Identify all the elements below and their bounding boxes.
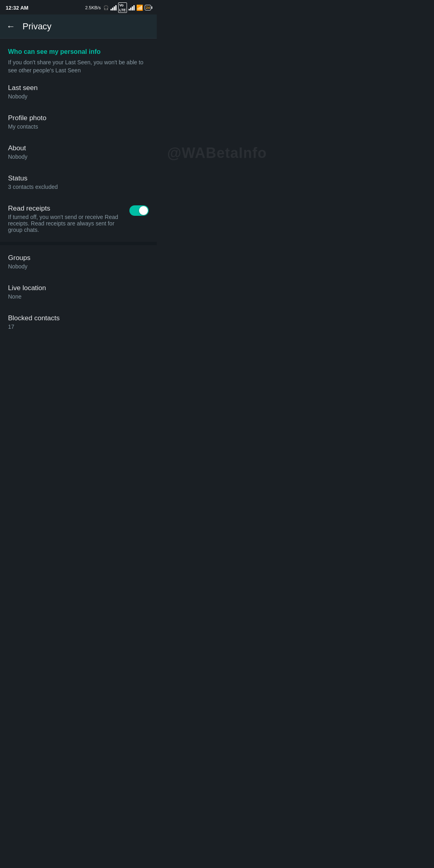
blocked-contacts-item[interactable]: Blocked contacts 17 <box>0 307 157 337</box>
network-speed: 2.5KB/s <box>85 5 101 10</box>
blocked-contacts-title: Blocked contacts <box>8 314 149 322</box>
signal-icon-2 <box>129 5 135 10</box>
section-desc: If you don't share your Last Seen, you w… <box>8 59 149 74</box>
app-bar: ← Privacy <box>0 14 157 39</box>
volte-badge: VoLTE <box>118 2 127 13</box>
section-title: Who can see my personal info <box>8 48 149 55</box>
section-divider <box>0 242 157 245</box>
status-title: Status <box>8 174 149 182</box>
read-receipts-content: Read receipts If turned off, you won't s… <box>8 205 129 233</box>
last-seen-item[interactable]: Last seen Nobody <box>0 77 157 107</box>
read-receipts-toggle[interactable] <box>129 205 149 216</box>
read-receipts-title: Read receipts <box>8 205 123 213</box>
status-bar: 12:32 AM 2.5KB/s 🎧 VoLTE 📶 24 <box>0 0 157 14</box>
status-time: 12:32 AM <box>6 5 29 11</box>
live-location-value: None <box>8 293 149 300</box>
groups-title: Groups <box>8 254 149 262</box>
profile-photo-title: Profile photo <box>8 114 149 122</box>
groups-value: Nobody <box>8 263 149 270</box>
status-item[interactable]: Status 3 contacts excluded <box>0 167 157 197</box>
settings-content: Who can see my personal info If you don'… <box>0 39 157 337</box>
live-location-title: Live location <box>8 284 149 292</box>
read-receipts-desc: If turned off, you won't send or receive… <box>8 214 123 233</box>
groups-item[interactable]: Groups Nobody <box>0 247 157 277</box>
about-item[interactable]: About Nobody <box>0 137 157 167</box>
wifi-icon: 📶 <box>136 4 143 11</box>
status-icons: 2.5KB/s 🎧 VoLTE 📶 24 <box>85 2 151 13</box>
battery-level: 24 <box>146 6 150 10</box>
about-value: Nobody <box>8 154 149 160</box>
headset-icon: 🎧 <box>103 5 109 10</box>
status-value: 3 contacts excluded <box>8 184 149 190</box>
page-title: Privacy <box>23 21 51 32</box>
live-location-item[interactable]: Live location None <box>0 277 157 307</box>
about-title: About <box>8 144 149 152</box>
read-receipts-item[interactable]: Read receipts If turned off, you won't s… <box>0 197 157 240</box>
blocked-contacts-value: 17 <box>8 323 149 330</box>
read-receipts-toggle-container <box>129 205 149 216</box>
personal-info-section-header: Who can see my personal info If you don'… <box>0 39 157 77</box>
battery-icon: 24 <box>145 5 151 10</box>
profile-photo-item[interactable]: Profile photo My contacts <box>0 107 157 137</box>
last-seen-value: Nobody <box>8 93 149 100</box>
back-button[interactable]: ← <box>6 21 15 32</box>
signal-icon-1 <box>111 5 117 10</box>
profile-photo-value: My contacts <box>8 123 149 130</box>
last-seen-title: Last seen <box>8 84 149 92</box>
